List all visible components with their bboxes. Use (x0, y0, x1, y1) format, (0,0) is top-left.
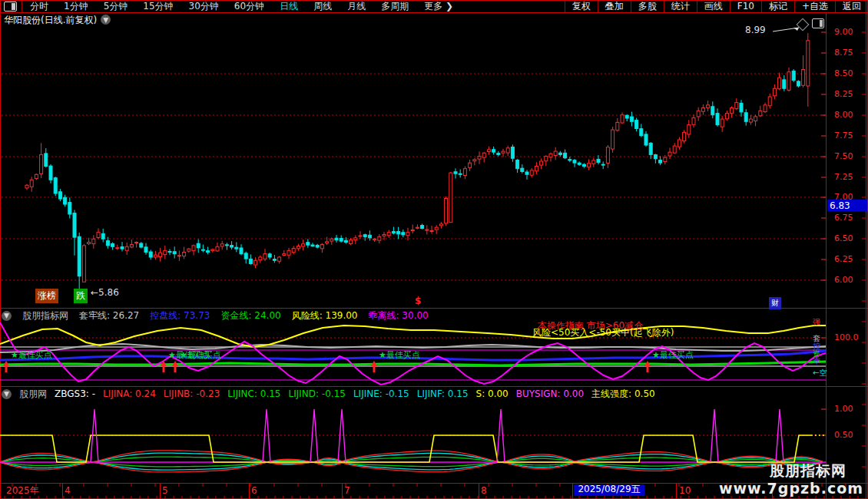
diamond-icon[interactable] (797, 18, 810, 31)
period-item-更多 ❯[interactable]: 更多 ❯ (416, 0, 461, 13)
indicator-value: 股朋网 (19, 388, 47, 401)
low-price-annotation: ←5.86 (91, 288, 119, 297)
collapse-icon[interactable]: ▼ (2, 389, 12, 399)
price-axis-label: 8.00 (834, 111, 853, 119)
line-tag: 强 (813, 319, 820, 326)
best-buy-point-label: ★最佳买点 (379, 351, 420, 359)
month-label: 6 (251, 486, 257, 495)
dollar-marker: $ (415, 296, 421, 306)
indicator-value: 套牢线: 26.27 (79, 309, 139, 322)
period-item-分时[interactable]: 分时 (22, 0, 56, 13)
panel2-header: ▼ 股朋网ZBGS3: -LIJINA: 0.24LIJINB: -0.23LI… (2, 388, 655, 399)
line-tag: ←空 (813, 369, 827, 377)
tool-button-复权[interactable]: 复权 (565, 0, 598, 13)
month-label: 8 (481, 486, 487, 495)
indicator-value: 风险线: 139.00 (292, 309, 358, 322)
high-price-annotation: 8.99 (745, 25, 766, 35)
panel1-yellow-annotation: 风险<50买入<-50买中(起飞除外) (532, 328, 674, 337)
period-item-60分钟[interactable]: 60分钟 (227, 0, 272, 13)
chart-titlebar[interactable]: 华阳股份(日线.前复权) ▼ (4, 15, 111, 25)
price-axis-label: 7.25 (834, 173, 853, 181)
price-axis-label: 9.00 (834, 28, 853, 36)
watermark-site-name: 股朋指标网 (770, 464, 846, 478)
price-axis-label: 8.75 (834, 48, 853, 57)
selected-date-badge[interactable]: 2025/08/29五 (574, 484, 644, 496)
price-axis-label: 6.50 (834, 234, 853, 243)
price-axis-label: 6.25 (834, 255, 853, 263)
tool-button-F10[interactable]: F10 (730, 1, 761, 12)
tool-button-多股[interactable]: 多股 (631, 0, 664, 13)
panel1-header: ▼ 股朋指标网套牢线: 26.27控盘线: 73.73资金线: 24.00风险线… (2, 310, 429, 321)
price-axis-label: 8.50 (834, 69, 853, 78)
period-item-多周期[interactable]: 多周期 (373, 0, 416, 13)
month-label: 5 (162, 486, 168, 495)
period-menu: 分时1分钟5分钟15分钟30分钟60分钟日线周线月线多周期更多 ❯ (22, 0, 461, 13)
indicator-value: LIJINF: 0.15 (417, 388, 469, 399)
price-axis-label: 7.75 (834, 131, 853, 140)
panel2-axis-label: 0.50 (834, 431, 853, 439)
period-item-30分钟[interactable]: 30分钟 (181, 0, 227, 13)
layout-toggle-icon[interactable] (4, 2, 17, 12)
price-axis-label: 8.25 (834, 90, 853, 98)
tool-button-标记[interactable]: 标记 (761, 0, 794, 13)
best-buy-point-label: ★最佳买点 (11, 351, 52, 359)
line-tag: 乖 (813, 357, 820, 365)
period-item-周线[interactable]: 周线 (306, 0, 340, 13)
best-buy-point-label: ★最佳买点 (652, 351, 694, 359)
period-item-日线[interactable]: 日线 (272, 0, 306, 13)
indicator-value: S: 0.00 (476, 388, 509, 399)
rank-up-badge[interactable]: 涨榜 (35, 289, 58, 303)
period-item-月线[interactable]: 月线 (340, 0, 373, 13)
indicator-value: 主线强度: 0.50 (591, 388, 655, 401)
month-label: 10 (679, 486, 691, 495)
tool-button-统计[interactable]: 统计 (664, 0, 697, 13)
price-axis-label: 7.50 (834, 152, 853, 160)
trading-app-window: 分时1分钟5分钟15分钟30分钟60分钟日线周线月线多周期更多 ❯ 复权叠加多股… (0, 0, 868, 499)
stock-title: 华阳股份(日线.前复权) (4, 15, 97, 25)
month-label: 4 (65, 486, 71, 495)
panel1-axis-label: 100.0 (834, 333, 859, 342)
indicator-value: ZBGS3: - (55, 388, 95, 399)
best-buy-point-label: ★最佳买点 (180, 351, 221, 359)
year-label: 2025年 (6, 486, 39, 495)
top-toolbar: 分时1分钟5分钟15分钟30分钟60分钟日线周线月线多周期更多 ❯ 复权叠加多股… (0, 0, 868, 12)
period-item-1分钟[interactable]: 1分钟 (56, 0, 96, 13)
tool-button-+自选[interactable]: +自选 (794, 0, 835, 13)
price-axis-label: 6.75 (834, 213, 853, 222)
indicator-value: 股朋指标网 (22, 309, 68, 322)
indicator-value: 乖离线: 30.00 (369, 309, 429, 322)
cai-badge[interactable]: 财 (769, 297, 781, 309)
tool-menu: 复权叠加多股统计画线F10标记+自选返回 (565, 0, 868, 13)
watermark-url: www.7gpzb.com (719, 481, 863, 496)
tool-button-画线[interactable]: 画线 (697, 0, 730, 13)
indicator-value: LIJINC: 0.15 (227, 388, 280, 399)
panel2-axis-label: 1.00 (834, 405, 853, 413)
tool-button-叠加[interactable]: 叠加 (598, 0, 631, 13)
indicator-value: LIJINE: -0.15 (353, 388, 409, 399)
price-axis-label: 6.00 (834, 276, 853, 284)
panel-icon[interactable] (812, 18, 824, 28)
indicator-value: LIJINB: -0.23 (164, 388, 220, 399)
current-price-badge: 6.83 (827, 200, 867, 211)
indicator-value: BUYSIGN: 0.00 (516, 388, 584, 399)
panel2-values: 股朋网ZBGS3: -LIJINA: 0.24LIJINB: -0.23LIJI… (19, 388, 655, 401)
panel1-values: 股朋指标网套牢线: 26.27控盘线: 73.73资金线: 24.00风险线: … (22, 309, 429, 322)
chevron-down-icon[interactable]: ▼ (101, 15, 111, 25)
indicator-value: LIJINA: 0.24 (103, 388, 156, 399)
chart-graphics[interactable] (0, 0, 868, 499)
period-item-15分钟[interactable]: 15分钟 (135, 0, 181, 13)
indicator-value: 资金线: 24.00 (220, 309, 280, 322)
indicator-value: LIJIND: -0.15 (289, 388, 346, 399)
indicator-value: 控盘线: 73.73 (150, 309, 210, 322)
month-label: 7 (344, 486, 350, 495)
collapse-icon[interactable]: ▼ (2, 311, 12, 321)
tool-button-返回[interactable]: 返回 (835, 0, 868, 13)
period-item-5分钟[interactable]: 5分钟 (96, 0, 136, 13)
rank-down-badge[interactable]: 跌 (74, 289, 88, 303)
